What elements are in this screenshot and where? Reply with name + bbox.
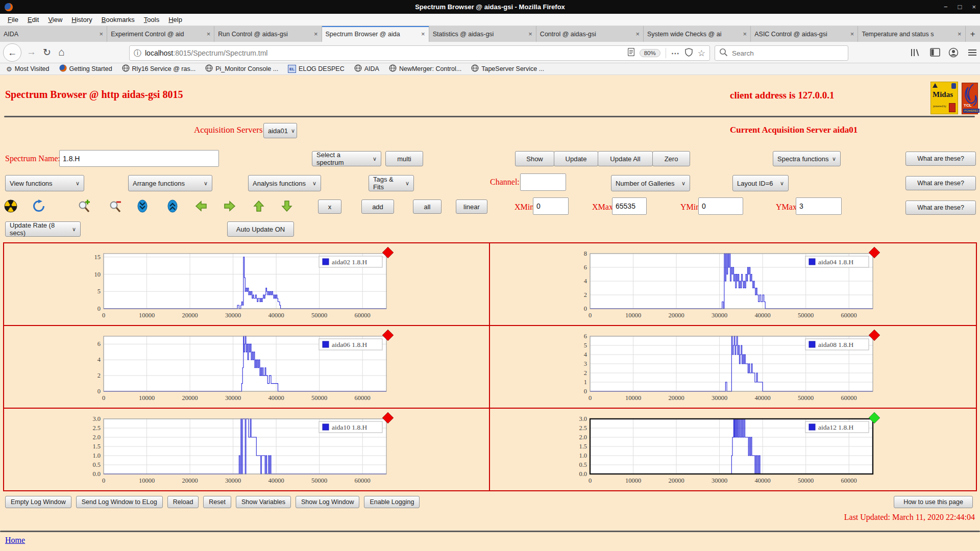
- tab-close-icon[interactable]: ×: [314, 30, 318, 38]
- show-log-window-button[interactable]: Show Log Window: [296, 496, 360, 508]
- linear-button[interactable]: linear: [456, 199, 487, 214]
- menu-help[interactable]: Help: [164, 16, 187, 23]
- all-button[interactable]: all: [413, 199, 442, 214]
- tab-experiment-control-aid[interactable]: Experiment Control @ aid×: [107, 26, 214, 42]
- zoom-level-badge[interactable]: 80%: [640, 49, 660, 57]
- account-icon[interactable]: [948, 47, 959, 60]
- what-are-these-button-2[interactable]: What are these?: [905, 176, 976, 190]
- zero-button[interactable]: Zero: [652, 151, 690, 166]
- bookmark-star-icon[interactable]: ☆: [698, 48, 705, 59]
- spectrum-chart[interactable]: 02460100002000030000400005000060000aida0…: [83, 328, 410, 406]
- tab-temperature-and-status-s[interactable]: Temperature and status s×: [858, 26, 965, 42]
- what-are-these-button-3[interactable]: What are these?: [905, 201, 976, 215]
- tab-close-icon[interactable]: ×: [850, 30, 854, 38]
- x-axis-button[interactable]: x: [318, 199, 341, 214]
- gallery-cell-aida06-1-8-h[interactable]: 02460100002000030000400005000060000aida0…: [4, 326, 490, 409]
- ymin-input[interactable]: [698, 197, 743, 215]
- tab-control-aidas-gsi[interactable]: Control @ aidas-gsi×: [536, 26, 644, 42]
- tab-close-icon[interactable]: ×: [635, 30, 640, 38]
- menu-file[interactable]: File: [3, 16, 23, 23]
- reader-mode-icon[interactable]: [628, 48, 634, 58]
- window-maximize-button[interactable]: □: [958, 3, 962, 11]
- xmin-input[interactable]: [533, 197, 569, 215]
- window-close-button[interactable]: ×: [972, 3, 976, 11]
- gallery-cell-aida12-1-8-h[interactable]: 0.00.51.01.52.02.53.00100002000030000400…: [490, 409, 976, 490]
- gallery-cell-aida04-1-8-h[interactable]: 024680100002000030000400005000060000aida…: [490, 243, 976, 326]
- window-minimize-button[interactable]: −: [944, 3, 948, 11]
- empty-log-window-button[interactable]: Empty Log Window: [5, 496, 71, 508]
- bookmark-newmerger-control[interactable]: NewMerger: Control...: [389, 64, 461, 73]
- select-spectrum-dropdown[interactable]: Select a spectrum∨: [312, 151, 381, 166]
- arrow-right-icon[interactable]: [223, 199, 236, 215]
- view-functions-dropdown[interactable]: View functions∨: [5, 175, 84, 191]
- update-all-button[interactable]: Update All: [598, 151, 653, 166]
- new-tab-button[interactable]: +: [966, 26, 980, 42]
- arrow-down-icon[interactable]: [280, 199, 293, 215]
- reload-button[interactable]: Reload: [167, 496, 199, 508]
- reset-button[interactable]: Reset: [203, 496, 231, 508]
- menu-history[interactable]: History: [67, 16, 96, 23]
- tab-close-icon[interactable]: ×: [100, 30, 104, 38]
- enable-logging-button[interactable]: Enable Logging: [364, 496, 420, 508]
- tab-spectrum-browser-aida[interactable]: Spectrum Browser @ aida×: [322, 26, 429, 42]
- auto-update-button[interactable]: Auto Update ON: [227, 221, 294, 237]
- tab-close-icon[interactable]: ×: [207, 30, 211, 38]
- tab-run-control-aidas-gsi[interactable]: Run Control @ aidas-gsi×: [214, 26, 322, 42]
- menu-view[interactable]: View: [43, 16, 67, 23]
- radiation-icon[interactable]: [4, 199, 17, 215]
- tab-close-icon[interactable]: ×: [958, 30, 962, 38]
- send-log-window-to-elog-button[interactable]: Send Log Window to ELog: [76, 496, 163, 508]
- gallery-cell-aida08-1-8-h[interactable]: 01234560100002000030000400005000060000ai…: [490, 326, 976, 409]
- spectrum-chart[interactable]: 0510150100002000030000400005000060000aid…: [83, 245, 410, 323]
- bookmark-tapeserver-service[interactable]: TapeServer Service ...: [471, 64, 544, 73]
- bookmark-elog-despec[interactable]: ELELOG DESPEC: [288, 65, 345, 73]
- reload-button[interactable]: ↻: [43, 46, 51, 58]
- tab-aida[interactable]: AIDA×: [0, 26, 107, 42]
- spectra-functions-dropdown[interactable]: Spectra functions∨: [773, 151, 841, 166]
- spectrum-chart[interactable]: 0.00.51.01.52.02.53.00100002000030000400…: [83, 411, 410, 488]
- spectrum-name-input[interactable]: [59, 150, 219, 167]
- zoom-out-icon[interactable]: [109, 199, 122, 215]
- menu-bookmarks[interactable]: Bookmarks: [97, 16, 139, 23]
- tab-close-icon[interactable]: ×: [528, 30, 532, 38]
- multi-button[interactable]: multi: [385, 151, 423, 166]
- url-bar[interactable]: ⓘ localhost:8015/Spectrum/Spectrum.tml 8…: [129, 45, 710, 61]
- bookmark-getting-started[interactable]: Getting Started: [59, 64, 112, 73]
- menu-edit[interactable]: Edit: [23, 16, 43, 23]
- hamburger-menu-icon[interactable]: [968, 49, 977, 58]
- tab-system-wide-checks-ai[interactable]: System wide Checks @ ai×: [644, 26, 751, 42]
- expand-vertical-icon[interactable]: [166, 199, 179, 215]
- what-are-these-button-1[interactable]: What are these?: [905, 152, 976, 166]
- search-box[interactable]: [715, 45, 848, 61]
- tags-fits-dropdown[interactable]: Tags & Fits∨: [369, 175, 414, 191]
- update-button[interactable]: Update: [554, 151, 598, 166]
- show-variables-button[interactable]: Show Variables: [236, 496, 291, 508]
- spectrum-chart[interactable]: 024680100002000030000400005000060000aida…: [570, 245, 896, 323]
- update-rate-dropdown[interactable]: Update Rate (8 secs)∨: [5, 221, 81, 237]
- number-of-galleries-dropdown[interactable]: Number of Galleries∨: [611, 175, 690, 191]
- info-icon[interactable]: ⓘ: [134, 48, 141, 58]
- layout-id-dropdown[interactable]: Layout ID=6∨: [732, 175, 789, 191]
- gallery-cell-aida02-1-8-h[interactable]: 0510150100002000030000400005000060000aid…: [4, 243, 490, 326]
- arrow-up-icon[interactable]: [252, 199, 265, 215]
- home-link[interactable]: Home: [5, 536, 25, 545]
- tab-close-icon[interactable]: ×: [421, 30, 425, 38]
- bookmark-rly16-service-ras[interactable]: Rly16 Service @ ras...: [122, 64, 196, 73]
- ymax-input[interactable]: [796, 197, 842, 215]
- xmax-input[interactable]: [612, 197, 647, 215]
- menu-tools[interactable]: Tools: [139, 16, 164, 23]
- home-button[interactable]: ⌂: [58, 46, 65, 58]
- channel-input[interactable]: [520, 173, 566, 191]
- tab-statistics-aidas-gsi[interactable]: Statistics @ aidas-gsi×: [429, 26, 536, 42]
- page-actions-icon[interactable]: ⋯: [671, 48, 680, 58]
- show-button[interactable]: Show: [515, 151, 554, 166]
- acquisition-server-select[interactable]: aida01∨: [263, 123, 297, 138]
- analysis-functions-dropdown[interactable]: Analysis functions∨: [248, 175, 321, 191]
- spectrum-chart[interactable]: 01234560100002000030000400005000060000ai…: [570, 328, 896, 406]
- tab-close-icon[interactable]: ×: [743, 30, 747, 38]
- bookmark-aida[interactable]: AIDA: [354, 64, 379, 73]
- library-icon[interactable]: [910, 47, 921, 60]
- arrange-functions-dropdown[interactable]: Arrange functions∨: [128, 175, 212, 191]
- compress-vertical-icon[interactable]: [136, 199, 149, 215]
- bookmark-most-visited[interactable]: ⚙Most Visited: [6, 65, 50, 73]
